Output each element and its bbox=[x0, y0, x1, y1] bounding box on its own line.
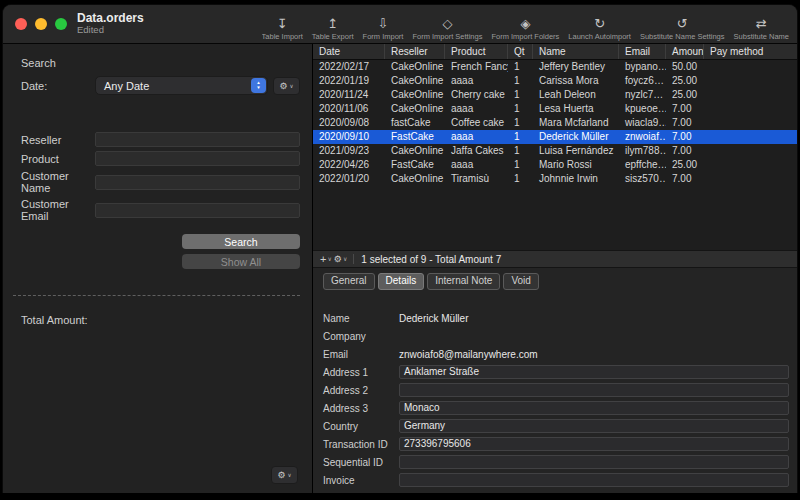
tab-details[interactable]: Details bbox=[378, 273, 425, 290]
table-cell: Dederick Müller bbox=[533, 130, 619, 144]
tab-internal-note[interactable]: Internal Note bbox=[427, 273, 500, 290]
table-row[interactable]: 2022/02/17CakeOnlineFrench Fancy1Jeffery… bbox=[313, 60, 797, 74]
table-cell: 2020/11/24 bbox=[313, 88, 385, 102]
tab-void[interactable]: Void bbox=[503, 273, 538, 290]
search-button[interactable]: Search bbox=[182, 234, 300, 249]
address-1-field[interactable]: Anklamer Straße bbox=[399, 365, 789, 379]
zoom-window-button[interactable] bbox=[55, 18, 67, 30]
country-field[interactable]: Germany bbox=[399, 419, 789, 433]
name-field[interactable]: Dederick Müller bbox=[399, 313, 468, 324]
column-header[interactable]: Pay method bbox=[704, 44, 797, 59]
table-cell: 2022/04/26 bbox=[313, 158, 385, 172]
product-input[interactable] bbox=[95, 151, 300, 166]
form-row: Company bbox=[323, 329, 789, 343]
table-row[interactable]: 2022/01/20CakeOnlineTiramisù1Johnnie Irw… bbox=[313, 172, 797, 186]
table-cell: 7.00 bbox=[666, 144, 704, 158]
toolbar-button-substitute-name-settings[interactable]: ↺Substitute Name Settings bbox=[640, 17, 725, 41]
table-cell: sisz570… bbox=[619, 172, 666, 186]
table-cell bbox=[704, 60, 797, 74]
customer-email-input[interactable] bbox=[95, 203, 300, 218]
search-fields: Reseller Product Customer Name Customer … bbox=[21, 132, 300, 222]
table-cell: Johnnie Irwin bbox=[533, 172, 619, 186]
table-row[interactable]: 2020/11/06CakeOnlineaaaa1Lesa Huertakpue… bbox=[313, 102, 797, 116]
toolbar-button-launch-autoimport[interactable]: ↻Launch Autoimport bbox=[568, 17, 631, 41]
column-header[interactable]: Product bbox=[445, 44, 508, 59]
table-row[interactable]: 2020/09/10FastCakeaaaa1Dederick Müllerzn… bbox=[313, 130, 797, 144]
email-field[interactable]: znwoiafo8@mailanywhere.com bbox=[399, 349, 538, 360]
transaction-id-label: Transaction ID bbox=[323, 439, 399, 450]
country-label: Country bbox=[323, 421, 399, 432]
toolbar-button-form-import-folders[interactable]: ◈Form Import Folders bbox=[491, 17, 559, 41]
address-2-field[interactable] bbox=[399, 383, 789, 397]
table-cell: 7.00 bbox=[666, 172, 704, 186]
column-header[interactable]: Reseller bbox=[385, 44, 445, 59]
column-header[interactable]: Date bbox=[313, 44, 385, 59]
table-import-icon: ↧ bbox=[277, 17, 288, 31]
toolbar-button-form-import-settings[interactable]: ◇Form Import Settings bbox=[412, 17, 482, 41]
table-row[interactable]: 2020/11/24CakeOnlineCherry cake1Leah Del… bbox=[313, 88, 797, 102]
table-cell: FastCake bbox=[385, 130, 445, 144]
triangle-down-icon: ▼ bbox=[256, 86, 260, 91]
table-cell: Jaffa Cakes bbox=[445, 144, 508, 158]
form-row: Address 2 bbox=[323, 383, 789, 397]
gear-menu-button[interactable]: ⚙ ∨ bbox=[333, 252, 348, 266]
minimize-window-button[interactable] bbox=[35, 18, 47, 30]
column-header[interactable]: Email bbox=[619, 44, 666, 59]
form-import-settings-icon: ◇ bbox=[442, 17, 452, 31]
form-import-icon: ⇩ bbox=[378, 17, 389, 31]
customer-email-label: Customer Email bbox=[21, 198, 95, 222]
date-options-button[interactable]: ⚙ ∨ bbox=[273, 77, 300, 95]
toolbar-button-table-import[interactable]: ↧Table Import bbox=[262, 17, 303, 41]
invoice-field[interactable] bbox=[399, 473, 789, 487]
chevron-down-icon: ∨ bbox=[290, 83, 294, 89]
show-all-button[interactable]: Show All bbox=[182, 254, 300, 269]
table-row[interactable]: 2022/01/19CakeOnlineaaaa1Carissa Morafoy… bbox=[313, 74, 797, 88]
table-cell: 1 bbox=[508, 60, 533, 74]
gear-icon: ⚙ bbox=[279, 81, 287, 91]
table-row[interactable]: 2020/09/08fastCakeCoffee cake1Mara Mcfar… bbox=[313, 116, 797, 130]
table-row[interactable]: 2021/09/23CakeOnlineJaffa Cakes1Luisa Fe… bbox=[313, 144, 797, 158]
column-header[interactable]: Amount bbox=[666, 44, 704, 59]
toolbar-button-table-export[interactable]: ↥Table Export bbox=[312, 17, 354, 41]
panel-options-button[interactable]: ⚙ ∨ bbox=[271, 466, 298, 484]
tab-general[interactable]: General bbox=[323, 273, 375, 290]
address-3-field[interactable]: Monaco bbox=[399, 401, 789, 415]
field-row: Customer Email bbox=[21, 198, 300, 222]
toolbar: ↧Table Import↥Table Export⇩Form Import◇F… bbox=[262, 5, 797, 43]
transaction-id-field[interactable]: 273396795606 bbox=[399, 437, 789, 451]
customer-name-input[interactable] bbox=[95, 175, 300, 190]
table-cell: Mara Mcfarland bbox=[533, 116, 619, 130]
table-cell: 1 bbox=[508, 88, 533, 102]
table-cell: 2020/09/08 bbox=[313, 116, 385, 130]
sequential-id-field[interactable] bbox=[399, 455, 789, 469]
table-cell: 1 bbox=[508, 102, 533, 116]
toolbar-label: Table Import bbox=[262, 32, 303, 41]
orders-table-body: 2022/02/17CakeOnlineFrench Fancy1Jeffery… bbox=[313, 60, 797, 250]
plus-icon: + bbox=[320, 252, 326, 266]
table-cell: 1 bbox=[508, 158, 533, 172]
close-window-button[interactable] bbox=[15, 18, 27, 30]
toolbar-label: Substitute Name Settings bbox=[640, 32, 725, 41]
details-form: NameDederick MüllerCompanyEmailznwoiafo8… bbox=[313, 294, 797, 493]
field-row: Reseller bbox=[21, 132, 300, 147]
reseller-input[interactable] bbox=[95, 132, 300, 147]
add-record-button[interactable]: + ∨ bbox=[319, 252, 333, 266]
table-row[interactable]: 2022/04/26FastCakeaaaa1Mario Rossiepffch… bbox=[313, 158, 797, 172]
table-cell: 2020/09/10 bbox=[313, 130, 385, 144]
date-row: Date: Any Date ▲ ▼ ⚙ ∨ bbox=[21, 76, 300, 95]
table-cell: 50.00 bbox=[666, 60, 704, 74]
window-title-block: Data.orders Edited bbox=[77, 5, 144, 43]
form-import-folders-icon: ◈ bbox=[520, 17, 530, 31]
table-cell bbox=[704, 144, 797, 158]
column-header[interactable]: Qt bbox=[508, 44, 533, 59]
table-cell: 25.00 bbox=[666, 158, 704, 172]
form-row: Address 1Anklamer Straße bbox=[323, 365, 789, 379]
toolbar-button-form-import[interactable]: ⇩Form Import bbox=[363, 17, 404, 41]
table-cell: aaaa bbox=[445, 158, 508, 172]
column-header[interactable]: Name bbox=[533, 44, 619, 59]
toolbar-button-substitute-name[interactable]: ⇄Substitute Name bbox=[734, 17, 789, 41]
customer-name-label: Customer Name bbox=[21, 170, 95, 194]
table-cell: 7.00 bbox=[666, 102, 704, 116]
date-select-value: Any Date bbox=[96, 80, 251, 92]
date-select[interactable]: Any Date ▲ ▼ bbox=[95, 76, 268, 95]
